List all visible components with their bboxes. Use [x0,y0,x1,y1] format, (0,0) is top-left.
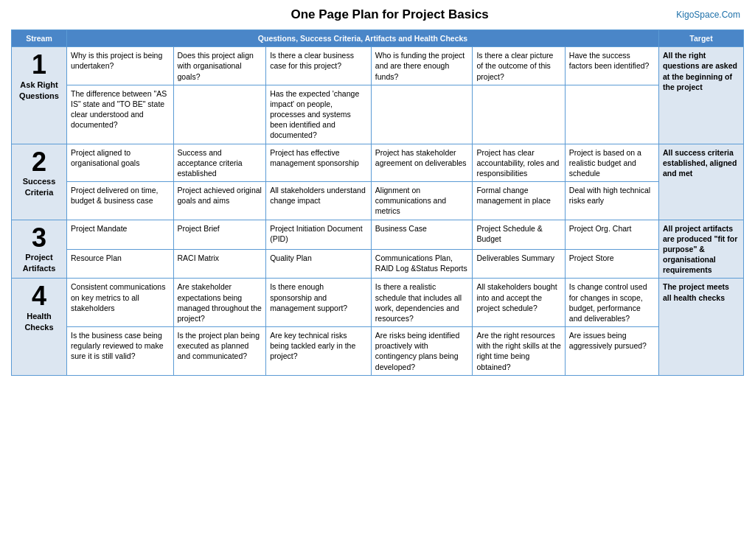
stream-label: Project [15,252,63,263]
stream-label: Artifacts [15,263,63,274]
stream-label: Ask Right [15,80,63,91]
content-cell-r1-s0-c3: Who is funding the project and are there… [371,47,473,85]
header-main: Questions, Success Criteria, Artifacts a… [67,30,659,47]
title-row: One Page Plan for Project Basics KigoSpa… [11,7,744,22]
target-cell-2: All success criteria established, aligne… [659,144,744,220]
content-cell-r4-s0-c0: Consistent communications on key metrics… [67,279,174,327]
content-cell-r3-s0-c2: Project Initiation Document (PID) [266,220,372,249]
content-cell-r1-s1-c3 [371,85,473,144]
content-cell-r1-s0-c4: Is there a clear picture of the outcome … [473,47,565,85]
content-cell-r1-s1-c5 [565,85,658,144]
table-row: 4Health ChecksConsistent communications … [12,279,744,327]
stream-number: 1 [15,50,63,80]
content-cell-r2-s0-c2: Project has effective management sponsor… [266,144,372,182]
content-cell-r3-s1-c1: RACI Matrix [173,249,266,279]
main-table: Stream Questions, Success Criteria, Arti… [11,29,744,376]
stream-label: Questions [15,91,63,102]
content-cell-r4-s1-c2: Are key technical risks being tackled ea… [266,327,372,376]
content-cell-r3-s0-c0: Project Mandate [67,220,174,249]
brand-link[interactable]: KigoSpace.Com [676,10,740,20]
content-cell-r4-s0-c2: Is there enough sponsorship and manageme… [266,279,372,327]
stream-cell-4: 4Health Checks [12,279,67,375]
table-row: Is the business case being regularly rev… [12,327,744,376]
content-cell-r1-s0-c1: Does this project align with organisatio… [173,47,266,85]
header-target: Target [659,30,744,47]
content-cell-r4-s0-c1: Are stakeholder expectations being manag… [173,279,266,327]
header-row: Stream Questions, Success Criteria, Arti… [12,30,744,47]
content-cell-r4-s1-c4: Are the right resources with the right s… [473,327,565,376]
content-cell-r2-s1-c5: Deal with high technical risks early [565,182,658,220]
content-cell-r2-s1-c4: Formal change management in place [473,182,565,220]
content-cell-r2-s0-c5: Project is based on a realistic budget a… [565,144,658,182]
table-row: Project delivered on time, budget & busi… [12,182,744,220]
content-cell-r3-s1-c2: Quality Plan [266,249,372,279]
content-cell-r2-s1-c0: Project delivered on time, budget & busi… [67,182,174,220]
content-cell-r1-s1-c0: The difference between "AS IS" state and… [67,85,174,144]
stream-cell-2: 2SuccessCriteria [12,144,67,220]
content-cell-r1-s1-c2: Has the expected 'change impact' on peop… [266,85,372,144]
content-cell-r1-s0-c5: Have the success factors been identified… [565,47,658,85]
content-cell-r2-s0-c4: Project has clear accountability, roles … [473,144,565,182]
content-cell-r3-s0-c4: Project Schedule & Budget [473,220,565,249]
page-title: One Page Plan for Project Basics [103,7,676,22]
stream-label: Success [15,176,63,187]
stream-cell-1: 1Ask RightQuestions [12,47,67,144]
content-cell-r2-s1-c1: Project achieved original goals and aims [173,182,266,220]
table-row: The difference between "AS IS" state and… [12,85,744,144]
stream-number: 4 [15,281,63,311]
content-cell-r3-s0-c1: Project Brief [173,220,266,249]
table-row: 2SuccessCriteriaProject aligned to organ… [12,144,744,182]
stream-cell-3: 3ProjectArtifacts [12,220,67,279]
content-cell-r4-s1-c1: Is the project plan being executed as pl… [173,327,266,376]
content-cell-r3-s1-c4: Deliverables Summary [473,249,565,279]
content-cell-r1-s0-c2: Is there a clear business case for this … [266,47,372,85]
target-cell-3: All project artifacts are produced "fit … [659,220,744,279]
header-stream: Stream [12,30,67,47]
content-cell-r2-s0-c3: Project has stakeholder agreement on del… [371,144,473,182]
content-cell-r1-s1-c1 [173,85,266,144]
content-cell-r2-s0-c0: Project aligned to organisational goals [67,144,174,182]
stream-number: 3 [15,223,63,253]
content-cell-r1-s0-c0: Why is this project is being undertaken? [67,47,174,85]
stream-number: 2 [15,147,63,177]
content-cell-r3-s1-c5: Project Store [565,249,658,279]
target-cell-4: The project meets all health checks [659,279,744,375]
content-cell-r2-s0-c1: Success and acceptance criteria establis… [173,144,266,182]
content-cell-r4-s1-c3: Are risks being identified proactively w… [371,327,473,376]
content-cell-r3-s1-c0: Resource Plan [67,249,174,279]
content-cell-r4-s0-c3: Is there a realistic schedule that inclu… [371,279,473,327]
table-row: Resource PlanRACI MatrixQuality PlanComm… [12,249,744,279]
content-cell-r4-s1-c5: Are issues being aggressively pursued? [565,327,658,376]
content-cell-r1-s1-c4 [473,85,565,144]
content-cell-r2-s1-c3: Alignment on communications and metrics [371,182,473,220]
content-cell-r3-s1-c3: Communications Plan, RAID Log &Status Re… [371,249,473,279]
content-cell-r3-s0-c3: Business Case [371,220,473,249]
stream-label: Health Checks [15,311,63,333]
content-cell-r4-s0-c4: All stakeholders bought into and accept … [473,279,565,327]
stream-label: Criteria [15,187,63,198]
table-row: 3ProjectArtifactsProject MandateProject … [12,220,744,249]
content-cell-r4-s0-c5: Is change control used for changes in sc… [565,279,658,327]
content-cell-r4-s1-c0: Is the business case being regularly rev… [67,327,174,376]
content-cell-r3-s0-c5: Project Org. Chart [565,220,658,249]
content-cell-r2-s1-c2: All stakeholders understand change impac… [266,182,372,220]
target-cell-1: All the right questions are asked at the… [659,47,744,144]
table-row: 1Ask RightQuestionsWhy is this project i… [12,47,744,85]
